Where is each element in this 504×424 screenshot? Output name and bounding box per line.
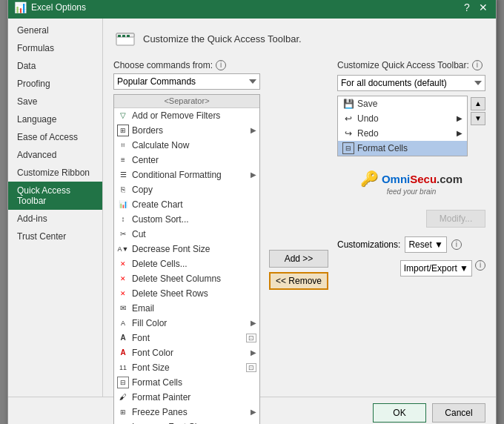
toolbar-icon — [113, 27, 137, 51]
two-columns-area: Choose commands from: i Popular Commands… — [113, 60, 485, 425]
sort-icon: ↕ — [117, 213, 129, 225]
list-item-cut[interactable]: ✂ Cut — [114, 227, 259, 242]
decrease-font-icon: A▼ — [117, 243, 129, 255]
list-item-separator[interactable]: <Separator> — [114, 95, 259, 108]
list-item-format-cells[interactable]: ⊟ Format Cells — [114, 375, 259, 390]
right-panel: Customize Quick Access Toolbar: i For al… — [337, 60, 485, 425]
list-item-font[interactable]: A Font ⊡ — [114, 331, 259, 345]
sidebar-item-language[interactable]: Language — [8, 110, 102, 128]
commands-list[interactable]: <Separator> ▽ Add or Remove Filters ⊞ Bo… — [114, 95, 259, 425]
list-item-copy[interactable]: ⎘ Copy — [114, 182, 259, 197]
left-info-icon[interactable]: i — [216, 60, 226, 70]
reset-info-icon[interactable]: i — [451, 239, 462, 250]
sidebar-item-quick-access[interactable]: Quick Access Toolbar — [8, 182, 102, 210]
cancel-button[interactable]: Cancel — [432, 403, 485, 423]
filter-icon: ▽ — [117, 110, 129, 122]
cond-format-icon: ☰ — [117, 169, 129, 181]
middle-buttons: Add >> << Remove — [269, 60, 328, 425]
sidebar-item-addins[interactable]: Add-ins — [8, 210, 102, 228]
left-label: Choose commands from: — [113, 60, 213, 70]
list-item-increase-font[interactable]: A▲ Increase Font Size — [114, 420, 259, 425]
right-commands-list[interactable]: 💾 Save ↩ Undo ▶ ↪ Redo — [337, 96, 468, 156]
sidebar-item-proofing[interactable]: Proofing — [8, 75, 102, 93]
font-color-arrow: ▶ — [251, 348, 256, 357]
left-panel-top: Choose commands from: i Popular Commands — [113, 60, 260, 90]
watermark: 🔑 OmniSecu.com — [360, 170, 462, 188]
sidebar-item-ease[interactable]: Ease of Access — [8, 128, 102, 146]
sidebar-item-save[interactable]: Save — [8, 93, 102, 110]
import-export-info-icon[interactable]: i — [475, 260, 485, 271]
modify-button[interactable]: Modify... — [426, 210, 485, 228]
font-size-icon: 11 — [117, 362, 129, 374]
sidebar-item-advanced[interactable]: Advanced — [8, 146, 102, 164]
list-item-delete-sheet-rows[interactable]: ✕ Delete Sheet Rows — [114, 286, 259, 301]
title-controls: ? ✕ — [460, 1, 490, 14]
list-item-create-chart[interactable]: 📊 Create Chart — [114, 197, 259, 212]
list-item-freeze-panes[interactable]: ⊞ Freeze Panes ▶ — [114, 405, 259, 420]
borders-icon: ⊞ — [117, 125, 129, 136]
font-icon: A — [117, 332, 129, 344]
list-item-conditional-formatting[interactable]: ☰ Conditional Formatting ▶ — [114, 168, 259, 182]
import-export-area: Import/Export ▼ i — [337, 260, 485, 276]
ok-button[interactable]: OK — [373, 403, 426, 423]
list-item-font-size[interactable]: 11 Font Size ⊡ — [114, 360, 259, 375]
sidebar-item-general[interactable]: General — [8, 21, 102, 39]
delete-cells-icon: ✕ — [117, 258, 129, 270]
title-bar-left: 📊 Excel Options — [14, 1, 86, 13]
list-item-borders[interactable]: ⊞ Borders ▶ — [114, 123, 259, 138]
list-item-calculate-now[interactable]: ⌗ Calculate Now — [114, 138, 259, 153]
right-item-save[interactable]: 💾 Save — [338, 96, 467, 111]
right-info-icon[interactable]: i — [472, 60, 483, 70]
list-item-delete-cells[interactable]: ✕ Delete Cells... — [114, 256, 259, 271]
format-painter-icon: 🖌 — [117, 391, 129, 403]
redo-icon: ↪ — [342, 127, 354, 139]
reset-button[interactable]: Reset ▼ — [405, 236, 447, 253]
customize-for-dropdown[interactable]: For all documents (default) — [337, 75, 485, 91]
right-item-undo[interactable]: ↩ Undo ▶ — [338, 111, 467, 126]
freeze-panes-icon: ⊞ — [117, 406, 129, 418]
list-item-center[interactable]: ≡ Center — [114, 153, 259, 168]
key-icon: 🔑 — [360, 170, 379, 188]
right-item-redo[interactable]: ↪ Redo ▶ — [338, 126, 467, 141]
help-button[interactable]: ? — [460, 1, 474, 14]
scroll-down-button[interactable]: ▼ — [471, 112, 485, 125]
dialog-title: Excel Options — [31, 2, 86, 13]
cond-format-arrow: ▶ — [251, 170, 256, 179]
delete-rows-icon: ✕ — [117, 288, 129, 299]
commands-from-dropdown[interactable]: Popular Commands — [113, 73, 260, 90]
list-item-format-painter[interactable]: 🖌 Format Painter — [114, 390, 259, 405]
sidebar-item-formulas[interactable]: Formulas — [8, 39, 102, 57]
list-item-font-color[interactable]: A Font Color ▶ — [114, 345, 259, 360]
list-item-custom-sort[interactable]: ↕ Custom Sort... — [114, 212, 259, 227]
close-button[interactable]: ✕ — [477, 1, 490, 14]
remove-button[interactable]: << Remove — [269, 272, 328, 290]
list-item-delete-sheet-cols[interactable]: ✕ Delete Sheet Columns — [114, 271, 259, 286]
copy-icon: ⎘ — [117, 184, 129, 196]
font-size-arrow: ⊡ — [246, 363, 256, 371]
font-color-icon: A — [117, 347, 129, 359]
list-item-fill-color[interactable]: A Fill Color ▶ — [114, 316, 259, 331]
delete-cols-icon: ✕ — [117, 273, 129, 285]
chart-icon: 📊 — [117, 199, 129, 211]
center-icon: ≡ — [117, 154, 129, 166]
list-item-add-remove-filters[interactable]: ▽ Add or Remove Filters — [114, 108, 259, 123]
list-item-decrease-font[interactable]: A▼ Decrease Font Size — [114, 242, 259, 256]
brand-tagline: feed your brain — [387, 188, 437, 196]
sidebar-item-customize-ribbon[interactable]: Customize Ribbon — [8, 164, 102, 182]
format-cells-right-icon: ⊟ — [342, 142, 354, 154]
svg-rect-2 — [118, 35, 121, 37]
email-icon: ✉ — [117, 302, 129, 314]
right-label-row: Customize Quick Access Toolbar: i — [337, 60, 485, 70]
main-content: Customize the Quick Access Toolbar. Choo… — [103, 19, 496, 397]
sidebar-item-trust-center[interactable]: Trust Center — [8, 228, 102, 245]
add-button[interactable]: Add >> — [269, 250, 328, 268]
sidebar-item-data[interactable]: Data — [8, 57, 102, 75]
font-arrow: ⊡ — [246, 334, 256, 342]
list-item-email[interactable]: ✉ Email — [114, 301, 259, 316]
watermark-area: 🔑 OmniSecu.com feed your brain — [337, 161, 485, 205]
right-item-format-cells[interactable]: ⊟ Format Cells — [338, 141, 467, 156]
scroll-up-button[interactable]: ▲ — [471, 97, 485, 110]
commands-list-container: <Separator> ▽ Add or Remove Filters ⊞ Bo… — [113, 94, 260, 425]
fill-color-arrow: ▶ — [251, 319, 256, 327]
import-export-button[interactable]: Import/Export ▼ — [400, 260, 472, 276]
